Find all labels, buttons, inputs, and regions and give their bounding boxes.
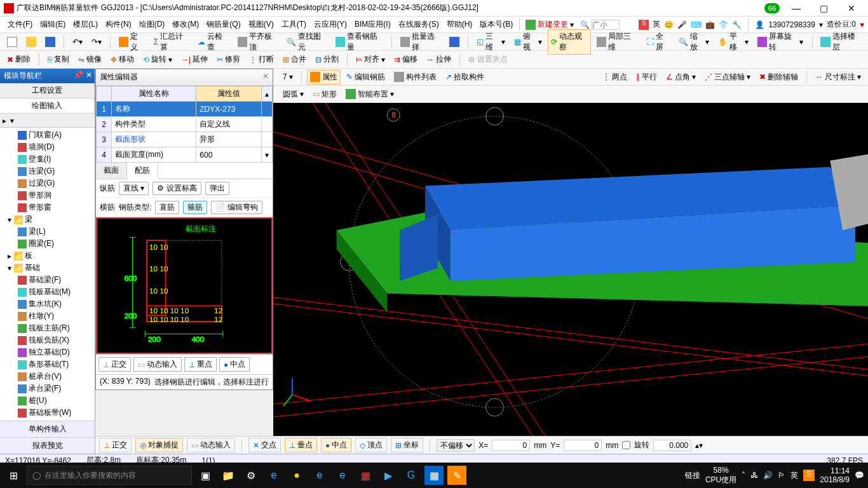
tb-app1[interactable]: 📁 [219, 466, 238, 485]
pick-button[interactable]: ↗拾取构件 [442, 70, 487, 85]
rect-button[interactable]: ▭矩形 [309, 87, 340, 102]
search-input[interactable] [592, 20, 620, 30]
popout-button[interactable]: 弹出 [205, 182, 229, 195]
taskbar-search[interactable]: ◯ 在这里输入你要搜索的内容 [27, 466, 192, 485]
type-straight[interactable]: 直筋 [155, 201, 179, 214]
property-button[interactable]: 属性 [307, 70, 341, 85]
twopoint-button[interactable]: ⋮两点 [599, 70, 630, 85]
table-row[interactable]: 3截面形状异形 [97, 132, 273, 147]
tb-app2[interactable]: ⚙ [241, 466, 261, 485]
longbar-line[interactable]: 直线 ▾ [119, 182, 149, 195]
single-input-button[interactable]: 单构件输入 [0, 421, 95, 437]
set-elev-button[interactable]: ⚙ 设置标高 [153, 182, 201, 195]
nav-close-icon[interactable]: ✕ [86, 71, 92, 79]
menu-cloud[interactable]: 云应用(Y) [310, 19, 351, 30]
report-preview-button[interactable]: 报表预览 [0, 437, 95, 454]
tb-app5[interactable]: e [310, 466, 329, 485]
table-row[interactable]: 1名称ZDYX-273 [97, 102, 273, 117]
vertex-button[interactable]: ◇顶点 [355, 438, 387, 452]
close-button[interactable]: ✕ [839, 3, 864, 13]
tree-node[interactable]: 过梁(G) [0, 177, 95, 189]
tb-app6[interactable]: e [333, 466, 352, 485]
tree-node[interactable]: 圈梁(E) [0, 238, 95, 250]
nav-collapse-icon[interactable]: ▾ [10, 116, 14, 125]
tree-node[interactable]: 壁龛(I) [0, 153, 95, 165]
menu-member[interactable]: 构件(N) [102, 19, 135, 30]
menu-tool[interactable]: 工具(T) [278, 19, 310, 30]
pin-icon[interactable]: 📌 [74, 71, 83, 79]
trim-button[interactable]: ✂修剪 [214, 52, 243, 67]
orbit-button[interactable]: ⟳动态观察 [548, 29, 591, 55]
tb-app9[interactable]: G [402, 466, 421, 485]
perp-button[interactable]: ⊥垂点 [285, 438, 317, 452]
tb-app4[interactable]: ● [287, 466, 306, 485]
type-stirrup[interactable]: 箍筋 [183, 201, 207, 214]
batchsel-button[interactable]: 批量选择 [397, 29, 444, 55]
heart-icon[interactable]: ♥ [860, 20, 864, 29]
tb-app10[interactable]: ▦ [424, 466, 444, 485]
tab-section[interactable]: 截面 [96, 163, 127, 179]
dyninput-button[interactable]: ▭动态输入 [187, 438, 235, 452]
mid2-button[interactable]: ●中点 [219, 357, 250, 372]
fullscreen-button[interactable]: ⛶全屏 [643, 29, 673, 55]
tab-project[interactable]: 工程设置 [0, 83, 95, 98]
tb-app7[interactable]: ▦ [356, 466, 375, 485]
taskview-button[interactable]: ▣ [196, 466, 215, 485]
user-phone[interactable]: 13907298339 [768, 20, 815, 29]
tree-node[interactable]: 承台梁(F) [0, 383, 95, 395]
tree-node[interactable]: 筏板基础(M) [0, 286, 95, 298]
tree-node[interactable]: 独立基础(D) [0, 346, 95, 358]
notification-badge[interactable]: 66 [764, 3, 780, 13]
tree-node[interactable]: 筏板负筋(X) [0, 334, 95, 346]
ortho-button[interactable]: ⊥正交 [99, 438, 132, 452]
key-button[interactable]: ⊥重点 [184, 357, 217, 372]
coord-button[interactable]: ⊞坐标 [391, 438, 423, 452]
menu-rebar[interactable]: 钢筋量(Q) [203, 19, 244, 30]
rot-stepper[interactable]: ▴▾ [695, 441, 703, 450]
zoom-button[interactable]: 🔍缩放▾ [675, 29, 712, 55]
grip-button[interactable]: ⚙设置夹点 [465, 52, 511, 67]
tray-flag-icon[interactable]: 🏳 [778, 471, 785, 480]
stretch-button[interactable]: ↔拉伸 [423, 52, 454, 67]
selfloor-button[interactable]: 选择楼层 [817, 29, 864, 55]
offset-button[interactable]: ⇉偏移 [391, 52, 421, 67]
tree-node[interactable]: 条形基础(T) [0, 358, 95, 370]
component-tree[interactable]: 门联窗(A)墙洞(D)壁龛(I)连梁(G)过梁(G)带形洞带形窗▾📁梁梁(L)圈… [0, 128, 95, 421]
memberlist-button[interactable]: 构件列表 [391, 70, 440, 85]
midpoint-button[interactable]: ●中点 [321, 438, 351, 452]
wrench-icon[interactable]: 🔧 [732, 20, 742, 29]
threepoint-button[interactable]: ⋰三点辅轴▾ [702, 70, 754, 85]
x-input[interactable] [492, 440, 530, 451]
ortho2-button[interactable]: ⊥正交 [98, 357, 131, 372]
shirt-icon[interactable]: 👕 [719, 20, 728, 29]
viewport-3d[interactable]: 8 [273, 103, 868, 436]
break-button[interactable]: ⋮打断 [246, 52, 277, 67]
tree-node[interactable]: 墙洞(D) [0, 141, 95, 153]
minimize-button[interactable]: — [783, 3, 809, 13]
tray-ime[interactable]: 英 [790, 470, 798, 481]
copy-button[interactable]: ⎘复制 [44, 52, 72, 67]
menu-file[interactable]: 文件(F) [4, 19, 36, 30]
tree-node[interactable]: 带形窗 [0, 201, 95, 214]
ime-lang[interactable]: 英 [653, 19, 660, 30]
menu-modify[interactable]: 修改(M) [168, 19, 203, 30]
parallel-button[interactable]: ∥平行 [633, 70, 660, 85]
3d-button[interactable]: ◱三维▾ [473, 29, 508, 55]
tree-node[interactable]: 带形洞 [0, 189, 95, 201]
dimension-button[interactable]: ↔尺寸标注▾ [812, 70, 864, 85]
tab-draw[interactable]: 绘图输入 [0, 98, 95, 113]
arc-button[interactable]: 圆弧▾ [280, 87, 307, 102]
sum-button[interactable]: Σ汇总计算 [151, 29, 192, 55]
rotate-button[interactable]: ⟲旋转▾ [140, 52, 175, 67]
intersect-button[interactable]: ✕交点 [248, 438, 281, 452]
topview-button[interactable]: ▦俯视▾ [511, 29, 546, 55]
rotate-check[interactable] [622, 441, 630, 449]
link-label[interactable]: 链接 [685, 470, 700, 481]
tray-net-icon[interactable]: 🖧 [750, 471, 758, 480]
tb-app8[interactable]: ▶ [379, 466, 398, 485]
nav-expand-icon[interactable]: ▸ [3, 116, 6, 125]
tray-notif-icon[interactable]: 💬 [855, 471, 864, 480]
angle-button[interactable]: ∠点角▾ [663, 70, 699, 85]
tree-node[interactable]: 集水坑(K) [0, 298, 95, 310]
y-input[interactable] [564, 440, 602, 451]
